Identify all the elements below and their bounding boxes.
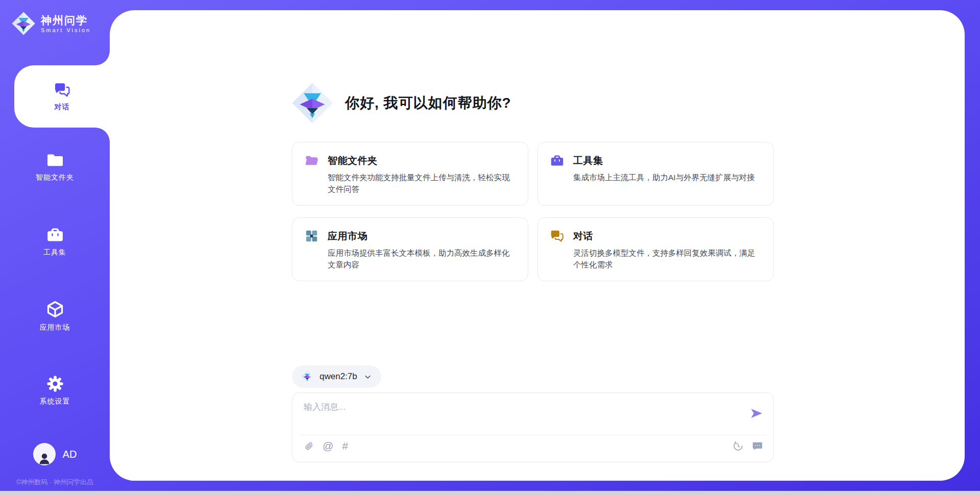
history-icon: [732, 440, 744, 452]
card-chat[interactable]: 对话 灵活切换多模型文件，支持多样回复效果调试，满足个性化需求: [537, 217, 774, 281]
card-description: 灵活切换多模型文件，支持多样回复效果调试，满足个性化需求: [573, 247, 761, 271]
sidebar-item-label: 对话: [55, 103, 70, 112]
card-description: 智能文件夹功能支持批量文件上传与清洗，轻松实现文件问答: [328, 171, 516, 195]
sidebar-item-toolset[interactable]: 工具集: [0, 226, 110, 257]
card-title: 应用市场: [328, 230, 368, 243]
attachment-button[interactable]: [304, 440, 314, 452]
brand-subtitle: Smart Vision: [41, 27, 91, 33]
app-window: 神州问学 Smart Vision 对话 智能文件夹 工具集: [0, 0, 980, 495]
greeting-title: 你好, 我可以如何帮助你?: [345, 93, 511, 113]
card-description: 集成市场上主流工具，助力AI与外界无缝扩展与对接: [573, 171, 761, 183]
app-grid-icon: [305, 229, 318, 243]
cube-icon: [46, 300, 64, 318]
model-name: qwen2:7b: [320, 372, 357, 382]
sidebar-item-chat[interactable]: 对话: [14, 65, 110, 128]
page-bottom-strip: [0, 491, 980, 495]
feature-cards: 智能文件夹 智能文件夹功能支持批量文件上传与清洗，轻松实现文件问答 工具集 集成…: [292, 142, 774, 281]
card-smart-folder[interactable]: 智能文件夹 智能文件夹功能支持批量文件上传与清洗，轻松实现文件问答: [292, 142, 528, 206]
model-selector[interactable]: qwen2:7b: [292, 365, 381, 388]
composer-divider: [300, 435, 766, 435]
send-button[interactable]: [749, 406, 764, 422]
message-input[interactable]: [304, 401, 732, 431]
greeting: 你好, 我可以如何帮助你?: [291, 82, 511, 125]
send-plane-icon: [749, 406, 764, 420]
toolbox-icon: [550, 154, 564, 167]
chevron-down-icon: [363, 373, 372, 381]
card-toolset[interactable]: 工具集 集成市场上主流工具，助力AI与外界无缝扩展与对接: [537, 142, 774, 206]
card-title: 智能文件夹: [328, 154, 378, 167]
toolbox-icon: [46, 226, 64, 243]
gear-icon: [46, 375, 64, 392]
folder-icon: [46, 151, 64, 168]
message-composer: @ #: [292, 392, 774, 462]
card-title: 工具集: [573, 154, 603, 167]
hashtag-icon: #: [342, 440, 348, 452]
attachment-icon: [304, 440, 314, 452]
feedback-bubble-icon: [752, 440, 763, 452]
person-icon: [37, 450, 52, 465]
feedback-button[interactable]: [752, 440, 763, 452]
avatar: [33, 443, 56, 465]
card-title: 对话: [573, 230, 593, 243]
folder-open-icon: [305, 154, 318, 167]
card-app-market[interactable]: 应用市场 应用市场提供丰富长文本模板，助力高效生成多样化文章内容: [292, 217, 528, 281]
brand: 神州问学 Smart Vision: [11, 11, 91, 36]
sidebar-item-label: 应用市场: [40, 323, 70, 332]
user-initials: AD: [63, 449, 77, 460]
card-description: 应用市场提供丰富长文本模板，助力高效生成多样化文章内容: [328, 247, 516, 271]
mention-button[interactable]: @: [323, 440, 333, 452]
gem-diamond-icon: [301, 370, 313, 383]
history-button[interactable]: [732, 440, 744, 452]
sidebar-item-label: 智能文件夹: [36, 173, 74, 182]
assistant-logo-icon: [291, 82, 334, 125]
brand-name: 神州问学: [41, 14, 91, 27]
sidebar-item-label: 系统设置: [40, 397, 70, 406]
composer-toolbar: @ #: [304, 440, 348, 452]
sidebar-item-smart-folder[interactable]: 智能文件夹: [0, 151, 110, 182]
user-profile[interactable]: AD: [0, 443, 110, 465]
chat-bubbles-icon: [550, 229, 564, 243]
sidebar-item-settings[interactable]: 系统设置: [0, 375, 110, 406]
sidebar-item-label: 工具集: [43, 248, 66, 257]
composer-right-tools: [732, 440, 763, 452]
hashtag-button[interactable]: #: [342, 440, 348, 452]
mention-icon: @: [323, 440, 333, 452]
sidebar-item-app-market[interactable]: 应用市场: [0, 300, 110, 332]
brand-logo-icon: [11, 11, 36, 36]
chat-bubbles-icon: [54, 82, 70, 98]
sidebar-footer: ©神州数码 · 神州问学出品: [0, 478, 110, 487]
